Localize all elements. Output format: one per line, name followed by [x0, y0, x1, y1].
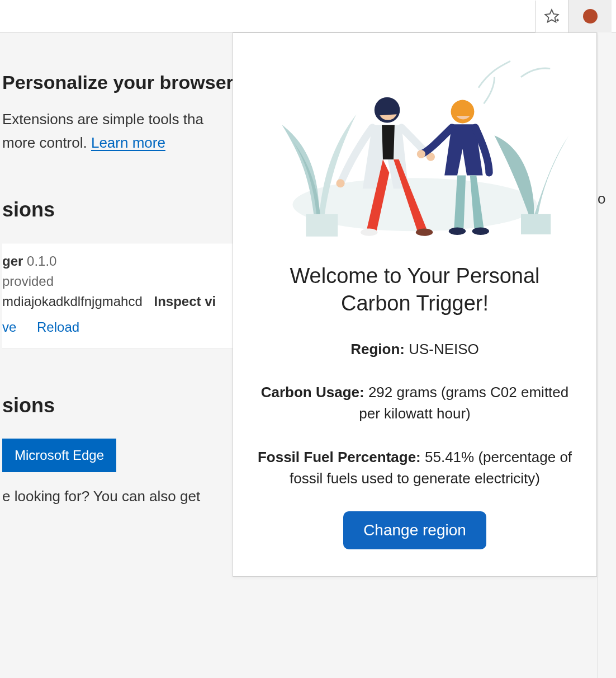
profile-button[interactable]: [568, 0, 612, 32]
extension-version: 0.1.0: [27, 253, 56, 269]
fossil-label: Fossil Fuel Percentage:: [258, 449, 421, 465]
fossil-stat: Fossil Fuel Percentage: 55.41% (percenta…: [255, 447, 574, 489]
carbon-stat: Carbon Usage: 292 grams (grams C02 emitt…: [255, 382, 574, 424]
popup-illustration: [255, 51, 574, 247]
svg-point-13: [449, 228, 466, 235]
profile-avatar-icon: [583, 9, 598, 23]
carbon-label: Carbon Usage:: [261, 384, 364, 401]
url-bar[interactable]: [0, 1, 536, 32]
change-region-button[interactable]: Change region: [343, 511, 486, 549]
svg-point-11: [451, 100, 475, 124]
svg-rect-4: [306, 214, 338, 237]
learn-more-link[interactable]: Learn more: [91, 134, 165, 151]
svg-point-7: [336, 179, 344, 187]
svg-point-9: [361, 229, 377, 236]
svg-rect-5: [521, 214, 551, 234]
page-right-slice: o: [597, 32, 616, 678]
region-value: US-NEISO: [409, 341, 479, 357]
intro-line2: more control.: [2, 134, 91, 151]
region-stat: Region: US-NEISO: [255, 339, 574, 360]
carbon-value: 292 grams (grams C02 emitted per kilowat…: [359, 384, 568, 422]
extension-name: ger: [2, 253, 23, 269]
svg-point-12: [417, 150, 425, 158]
region-label: Region:: [350, 341, 405, 357]
inspect-views-label[interactable]: Inspect vi: [154, 294, 216, 309]
extension-popup: Welcome to Your Personal Carbon Trigger!…: [233, 32, 597, 577]
extension-id: mdiajokadkdlfnjgmahcd: [2, 294, 143, 309]
get-extensions-edge-button[interactable]: Microsoft Edge: [2, 439, 116, 472]
favorite-button[interactable]: [536, 0, 568, 32]
people-plants-illustration-icon: [255, 51, 574, 247]
popup-title: Welcome to Your Personal Carbon Trigger!: [255, 262, 574, 318]
star-icon: [544, 8, 560, 24]
browser-toolbar: [0, 0, 616, 32]
svg-point-14: [472, 228, 489, 235]
remove-link[interactable]: ve: [2, 319, 16, 335]
reload-link[interactable]: Reload: [37, 319, 79, 335]
svg-point-10: [416, 229, 433, 236]
